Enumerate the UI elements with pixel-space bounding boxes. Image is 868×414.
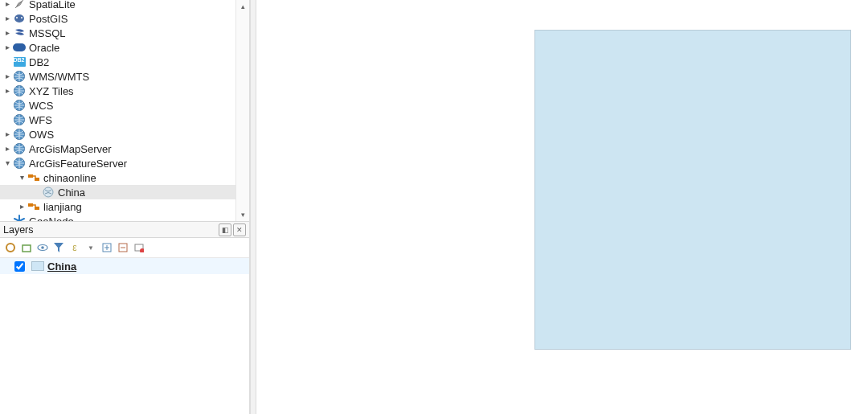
expression-icon[interactable]: ε	[69, 242, 80, 253]
layers-panel-header: Layers ◧ ✕	[0, 221, 249, 238]
layer-visibility-checkbox[interactable]	[14, 261, 25, 272]
browser-item-xyz-tiles[interactable]: ▸XYZ Tiles	[0, 84, 249, 98]
browser-item-geonode[interactable]: ▸GeoNode	[0, 214, 249, 221]
globe-icon	[13, 84, 26, 97]
add-group-icon[interactable]	[21, 242, 32, 253]
dropdown-icon[interactable]: ▼	[85, 242, 96, 253]
globe-icon	[13, 99, 26, 112]
expand-arrow-icon[interactable]: ▸	[3, 130, 11, 138]
browser-panel: ▸SpatiaLite▸PostGIS▸MSSQL▸Oracle▸DB2DB2▸…	[0, 0, 249, 221]
expand-arrow-icon[interactable]: ▸	[3, 87, 11, 95]
sidebar-panel: ▸SpatiaLite▸PostGIS▸MSSQL▸Oracle▸DB2DB2▸…	[0, 0, 250, 414]
collapse-all-icon[interactable]	[117, 242, 129, 253]
svg-marker-25	[54, 243, 63, 252]
layers-tree: China	[0, 258, 249, 414]
svg-point-29	[140, 248, 144, 252]
scroll-down-icon[interactable]: ▾	[236, 208, 249, 221]
expand-arrow-icon[interactable]: ▸	[3, 72, 11, 80]
browser-scrollbar[interactable]: ▴ ▾	[235, 0, 249, 221]
browser-item-label: WFS	[29, 114, 52, 126]
browser-item-wfs[interactable]: ▸WFS	[0, 113, 249, 127]
svg-rect-22	[23, 245, 31, 252]
layers-toolbar: ε ▼	[0, 238, 249, 258]
browser-item-lianjiang[interactable]: ▸lianjiang	[0, 199, 249, 214]
browser-item-wcs[interactable]: ▸WCS	[0, 98, 249, 113]
browser-item-label: lianjiang	[43, 201, 82, 213]
globe-icon	[13, 70, 26, 83]
expand-arrow-icon[interactable]: ▸	[3, 145, 11, 153]
expand-arrow-icon[interactable]: ▸	[3, 0, 11, 8]
expand-arrow-icon[interactable]: ▸	[18, 203, 26, 211]
mssql-icon	[13, 27, 26, 39]
browser-item-label: DB2	[29, 56, 49, 68]
browser-item-label: ArcGisMapServer	[29, 143, 112, 155]
filter-icon[interactable]	[53, 242, 64, 253]
panel-resize-handle[interactable]	[250, 0, 256, 414]
browser-item-label: GeoNode	[29, 215, 74, 222]
map-canvas[interactable]	[256, 0, 868, 414]
expand-all-icon[interactable]	[101, 242, 113, 253]
globe-icon	[13, 142, 26, 155]
browser-item-label: China	[58, 187, 85, 199]
browser-item-label: WCS	[29, 100, 53, 112]
expand-arrow-icon[interactable]: ▾	[3, 159, 11, 167]
globe-icon	[13, 128, 26, 141]
connector-icon	[27, 171, 40, 184]
browser-item-label: SpatiaLite	[29, 0, 76, 10]
browser-item-china[interactable]: ▸China	[0, 185, 249, 199]
browser-item-wms-wmts[interactable]: ▸WMS/WMTS	[0, 69, 249, 84]
expand-arrow-icon[interactable]: ▸	[3, 43, 11, 51]
layer-globe-icon	[42, 186, 55, 199]
layers-title: Layers	[3, 224, 217, 236]
browser-item-label: WMS/WMTS	[29, 71, 89, 83]
browser-item-postgis[interactable]: ▸PostGIS	[0, 11, 249, 26]
svg-point-1	[16, 17, 18, 18]
svg-rect-10	[28, 174, 33, 178]
oracle-icon	[13, 41, 26, 54]
browser-item-arcgismapserver[interactable]: ▸ArcGisMapServer	[0, 141, 249, 156]
browser-item-label: PostGIS	[29, 13, 68, 25]
browser-item-chinaonline[interactable]: ▾chinaonline	[0, 170, 249, 185]
browser-item-oracle[interactable]: ▸Oracle	[0, 40, 249, 55]
undock-button[interactable]: ◧	[219, 223, 231, 236]
browser-item-label: Oracle	[29, 42, 59, 54]
connector-icon	[27, 200, 40, 213]
elephant-icon	[13, 12, 26, 25]
layer-item-china[interactable]: China	[0, 258, 249, 274]
expand-arrow-icon[interactable]: ▸	[3, 14, 11, 23]
svg-rect-13	[28, 203, 33, 207]
map-feature-rectangle	[534, 30, 851, 350]
browser-item-ows[interactable]: ▸OWS	[0, 127, 249, 141]
layer-label: China	[47, 260, 76, 273]
expand-arrow-icon[interactable]: ▸	[3, 29, 11, 37]
browser-item-label: MSSQL	[29, 27, 66, 39]
geonode-icon	[13, 215, 26, 221]
svg-point-0	[14, 14, 24, 23]
feather-icon	[13, 0, 26, 10]
scroll-up-icon[interactable]: ▴	[236, 0, 249, 13]
svg-point-2	[21, 17, 23, 18]
browser-item-mssql[interactable]: ▸MSSQL	[0, 26, 249, 40]
browser-item-db2[interactable]: ▸DB2DB2	[0, 55, 249, 69]
browser-item-arcgisfeatureserver[interactable]: ▾ArcGisFeatureServer	[0, 156, 249, 170]
browser-item-spatialite[interactable]: ▸SpatiaLite	[0, 0, 249, 11]
style-manager-icon[interactable]	[5, 242, 16, 253]
svg-point-21	[6, 244, 14, 252]
layer-symbol-swatch	[31, 261, 44, 271]
close-panel-button[interactable]: ✕	[233, 223, 246, 236]
expand-arrow-icon[interactable]: ▾	[18, 174, 26, 182]
visibility-icon[interactable]	[37, 242, 48, 253]
db2-icon: DB2	[13, 55, 26, 68]
globe-icon	[13, 157, 26, 170]
browser-item-label: OWS	[29, 129, 54, 141]
browser-item-label: XYZ Tiles	[29, 85, 74, 97]
remove-layer-icon[interactable]	[133, 242, 145, 253]
svg-point-24	[41, 246, 44, 249]
browser-item-label: chinaonline	[43, 172, 96, 184]
globe-icon	[13, 113, 26, 126]
browser-item-label: ArcGisFeatureServer	[29, 158, 127, 170]
